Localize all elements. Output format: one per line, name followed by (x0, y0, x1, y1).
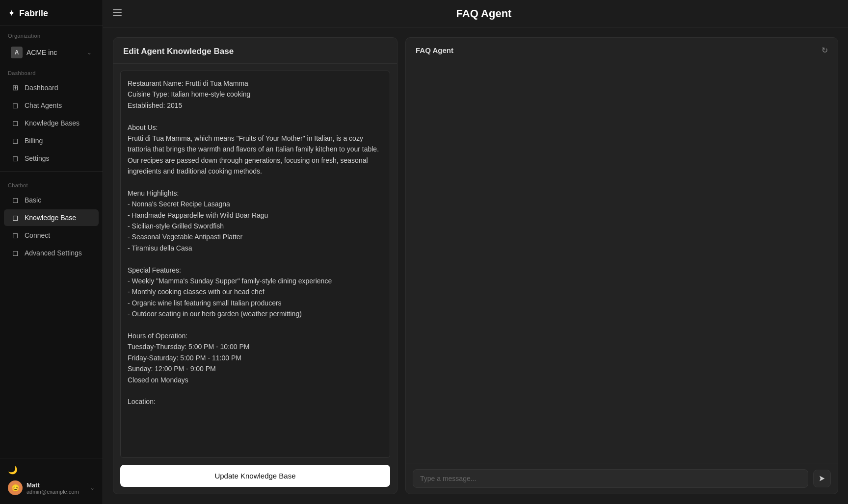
topbar: FAQ Agent (103, 0, 848, 27)
knowledge-base-textarea[interactable] (120, 71, 390, 458)
update-knowledge-base-button[interactable]: Update Knowledge Base (120, 465, 390, 487)
sidebar-label-knowledge-bases: Knowledge Bases (25, 119, 80, 127)
sidebar-item-basic[interactable]: ◻ Basic (4, 192, 99, 208)
user-chevron-icon: ⌄ (90, 484, 95, 491)
sidebar-item-settings[interactable]: ◻ Settings (4, 150, 99, 167)
sidebar-toggle-button[interactable] (113, 8, 122, 19)
content-area: Edit Agent Knowledge Base Update Knowled… (103, 27, 848, 504)
dashboard-section-label: Dashboard (0, 63, 103, 79)
user-email: admin@example.com (26, 489, 79, 495)
org-section-label: Organization (0, 26, 103, 42)
user-avatar-emoji: 😊 (11, 484, 20, 492)
chat-message-input[interactable] (413, 469, 808, 488)
knowledge-bases-icon: ◻ (11, 119, 20, 127)
advanced-settings-icon: ◻ (11, 249, 20, 257)
user-name: Matt (26, 481, 79, 489)
chat-panel: FAQ Agent ↻ (405, 37, 838, 494)
chat-agent-title: FAQ Agent (416, 46, 453, 54)
chevron-down-icon: ⌄ (87, 49, 92, 56)
sidebar-label-chat-agents: Chat Agents (25, 101, 62, 109)
theme-toggle[interactable]: 🌙 (4, 463, 22, 477)
sidebar-item-knowledge-base[interactable]: ◻ Knowledge Base (4, 209, 99, 226)
sidebar-item-connect[interactable]: ◻ Connect (4, 227, 99, 244)
user-profile-row[interactable]: 😊 Matt admin@example.com ⌄ (4, 477, 99, 499)
chat-agents-icon: ◻ (11, 101, 20, 110)
sidebar-divider (0, 171, 103, 172)
org-avatar: A (11, 47, 23, 58)
chat-input-row (406, 463, 838, 494)
sidebar-item-dashboard[interactable]: ⊞ Dashboard (4, 79, 99, 96)
logo-icon: ✦ (8, 8, 15, 19)
send-message-button[interactable] (813, 470, 831, 487)
connect-icon: ◻ (11, 231, 20, 240)
chatbot-section-label: Chatbot (0, 176, 103, 191)
sidebar-label-knowledge-base: Knowledge Base (25, 214, 76, 222)
sidebar-label-settings: Settings (25, 154, 50, 162)
page-title: FAQ Agent (130, 7, 838, 20)
billing-icon: ◻ (11, 136, 20, 145)
sidebar-item-billing[interactable]: ◻ Billing (4, 132, 99, 149)
dashboard-icon: ⊞ (11, 83, 20, 92)
org-selector[interactable]: A ACME inc ⌄ (4, 43, 99, 62)
sidebar-label-basic: Basic (25, 196, 41, 204)
svg-rect-0 (113, 9, 122, 10)
svg-rect-1 (113, 12, 122, 13)
settings-icon: ◻ (11, 154, 20, 163)
app-name: Fabrile (19, 8, 48, 19)
refresh-icon[interactable]: ↻ (822, 46, 828, 55)
sidebar-label-dashboard: Dashboard (25, 84, 58, 92)
editor-panel-header: Edit Agent Knowledge Base (113, 38, 397, 64)
chat-messages-area (406, 63, 838, 463)
org-name: ACME inc (26, 49, 57, 56)
sidebar: ✦ Fabrile Organization A ACME inc ⌄ Dash… (0, 0, 103, 504)
svg-rect-2 (113, 15, 122, 16)
logo-area: ✦ Fabrile (0, 0, 103, 26)
sidebar-item-knowledge-bases[interactable]: ◻ Knowledge Bases (4, 115, 99, 131)
knowledge-base-icon: ◻ (11, 213, 20, 222)
sidebar-label-connect: Connect (25, 231, 50, 239)
user-avatar: 😊 (8, 480, 23, 495)
chat-header: FAQ Agent ↻ (406, 38, 838, 63)
sidebar-item-advanced-settings[interactable]: ◻ Advanced Settings (4, 245, 99, 261)
main-content: FAQ Agent Edit Agent Knowledge Base Upda… (103, 0, 848, 504)
sidebar-label-billing: Billing (25, 137, 43, 145)
sidebar-label-advanced-settings: Advanced Settings (25, 249, 82, 257)
basic-icon: ◻ (11, 196, 20, 204)
sidebar-bottom: 🌙 😊 Matt admin@example.com ⌄ (0, 458, 103, 504)
sidebar-item-chat-agents[interactable]: ◻ Chat Agents (4, 97, 99, 114)
knowledge-base-editor-panel: Edit Agent Knowledge Base Update Knowled… (113, 37, 398, 494)
